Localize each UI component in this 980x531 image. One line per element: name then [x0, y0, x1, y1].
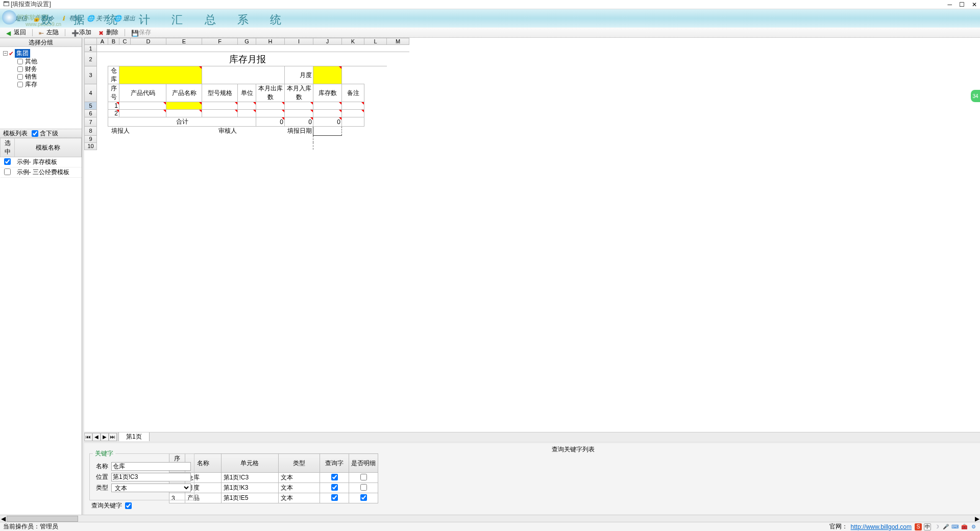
bottom-panel: 关键字 名称 位置 类型文本 查询关键字 查询关键字列表 序号 名称 单元格 类… — [84, 443, 980, 515]
detail-flag-checkbox[interactable] — [360, 484, 367, 491]
template-row[interactable]: 示例- 三公经费模板 — [1, 167, 82, 178]
th-tpl-name: 模板名称 — [15, 138, 82, 157]
x-icon: ✖ — [99, 30, 105, 36]
window-controls: ─ ☐ ✕ — [947, 1, 977, 8]
keyword-legend: 关键字 — [93, 449, 115, 458]
month-label: 月度 — [285, 66, 313, 84]
gear-icon[interactable]: ⚙ — [970, 523, 977, 530]
window-chrome: 🗔 [填报查询设置] ─ ☐ ✕ — [0, 0, 980, 9]
month-input[interactable] — [313, 66, 342, 84]
mic-icon[interactable]: 🎤 — [942, 523, 949, 530]
site-link[interactable]: http://www.billgod.com — [851, 523, 912, 530]
detail-flag-checkbox[interactable] — [360, 494, 367, 501]
query-flag-checkbox[interactable] — [331, 474, 338, 480]
sheet-tab-bar: ⏮ ◀ ▶ ⏭ 第1页 — [84, 432, 980, 441]
detail-flag-checkbox[interactable] — [360, 474, 367, 480]
h-scrollbar[interactable]: ◀ ▶ — [0, 515, 980, 522]
toolbar: ◀返回 ⇤左隐 ➕添加 ✖删除 💾保存 — [0, 28, 980, 38]
sheet-tab[interactable]: 第1页 — [118, 432, 150, 441]
group-header: 选择分组 — [0, 38, 82, 47]
type-select[interactable]: 文本 — [111, 484, 191, 492]
tree-collapse-icon[interactable]: − — [3, 51, 8, 56]
query-flag-checkbox[interactable] — [331, 494, 338, 501]
ime-icon[interactable]: S — [915, 523, 922, 530]
name-label: 名称 — [93, 462, 108, 471]
banner-title: 数 据 统 计 汇 总 系 统 — [41, 12, 290, 28]
site-label: 官网： — [829, 522, 848, 531]
ime-bar: S 中 ☽ 🎤 ⌨ 🧰 ⚙ — [915, 523, 977, 530]
spreadsheet[interactable]: ABC DEF GHI JKL M 1 2库存月报 3 仓库 月度 — [84, 38, 980, 432]
query-table-title: 查询关键字列表 — [169, 445, 977, 453]
add-button[interactable]: ➕添加 — [68, 28, 94, 37]
prev-sheet-button[interactable]: ◀ — [92, 433, 101, 441]
tree-item[interactable]: 库存 — [17, 81, 79, 88]
name-input[interactable] — [111, 462, 191, 471]
back-icon: ◀ — [6, 30, 12, 36]
include-sub-checkbox[interactable]: 含下级 — [32, 129, 58, 138]
disk-icon: 💾 — [131, 30, 137, 36]
back-button[interactable]: ◀返回 — [3, 28, 29, 37]
left-pane: 选择分组 − ✔ 集团 其他 财务 销售 库存 模板列表 含下级 选中模板名称 … — [0, 38, 82, 515]
sheet-title: 库存月报 — [108, 52, 387, 66]
template-list-header: 模板列表 含下级 — [0, 129, 82, 138]
tree-checkbox[interactable] — [17, 66, 23, 72]
th-selected: 选中 — [1, 138, 15, 157]
hide-left-button[interactable]: ⇤左隐 — [36, 28, 62, 37]
template-checkbox[interactable] — [4, 168, 11, 175]
tree-item[interactable]: 财务 — [17, 65, 79, 73]
tree-item[interactable]: 其他 — [17, 58, 79, 65]
statusbar: 当前操作员：管理员 官网： http://www.billgod.com S 中… — [0, 522, 980, 531]
warehouse-input[interactable] — [119, 66, 202, 84]
tree-checkbox[interactable] — [17, 82, 23, 87]
query-kw-checkbox[interactable] — [125, 502, 132, 509]
close-button[interactable]: ✕ — [972, 1, 977, 8]
query-keyword-list: 查询关键字列表 序号 名称 单元格 类型 查询字 是否明细 1仓库第1页!C3文… — [166, 443, 980, 515]
app-banner: 河东软件园 www.pc0359.cn 数 据 统 计 汇 总 系 统 ◆短信 … — [0, 9, 980, 28]
query-flag-checkbox[interactable] — [331, 484, 338, 491]
last-sheet-button[interactable]: ⏭ — [109, 433, 117, 441]
collapse-icon: ⇤ — [39, 30, 45, 36]
main-pane: 选择分组 − ✔ 集团 其他 财务 销售 库存 模板列表 含下级 选中模板名称 … — [0, 38, 980, 515]
query-row[interactable]: 3产品第1页!E5文本 — [169, 493, 378, 503]
template-row[interactable]: 示例- 库存模板 — [1, 157, 82, 167]
save-button[interactable]: 💾保存 — [128, 28, 154, 37]
app-icon: 🗔 — [3, 1, 9, 8]
keyword-form: 关键字 名称 位置 类型文本 查询关键字 — [84, 443, 166, 515]
status-operator: 当前操作员：管理员 — [3, 522, 58, 531]
side-badge[interactable]: 34 — [971, 90, 980, 102]
minimize-button[interactable]: ─ — [947, 1, 952, 8]
maximize-button[interactable]: ☐ — [959, 1, 965, 8]
tree-checkbox[interactable] — [17, 59, 23, 64]
group-tree: − ✔ 集团 其他 财务 销售 库存 — [0, 47, 82, 129]
pos-label: 位置 — [93, 473, 108, 481]
tools-icon[interactable]: 🧰 — [961, 523, 968, 530]
right-pane: ABC DEF GHI JKL M 1 2库存月报 3 仓库 月度 — [84, 38, 980, 515]
query-row[interactable]: 1仓库第1页!C3文本 — [169, 473, 378, 483]
plus-icon: ➕ — [71, 30, 78, 36]
tree-item[interactable]: 销售 — [17, 73, 79, 81]
pos-input[interactable] — [111, 473, 191, 481]
window-title: [填报查询设置] — [11, 1, 51, 8]
query-kw-label: 查询关键字 — [91, 501, 122, 510]
template-table: 选中模板名称 示例- 库存模板 示例- 三公经费模板 — [0, 138, 82, 515]
tree-checkbox[interactable] — [17, 74, 23, 80]
type-label: 类型 — [93, 484, 108, 492]
first-sheet-button[interactable]: ⏮ — [84, 433, 92, 441]
ime-lang[interactable]: 中 — [924, 523, 931, 530]
delete-button[interactable]: ✖删除 — [95, 28, 121, 37]
warehouse-label: 仓库 — [108, 66, 119, 84]
tree-root-label[interactable]: 集团 — [15, 49, 30, 58]
keyboard-icon[interactable]: ⌨ — [951, 523, 959, 530]
scrollbar-thumb[interactable] — [7, 516, 78, 522]
check-icon: ✔ — [9, 50, 14, 57]
moon-icon[interactable]: ☽ — [933, 523, 940, 530]
query-row[interactable]: 2月度第1页!K3文本 — [169, 483, 378, 493]
template-checkbox[interactable] — [4, 158, 11, 165]
next-sheet-button[interactable]: ▶ — [101, 433, 109, 441]
